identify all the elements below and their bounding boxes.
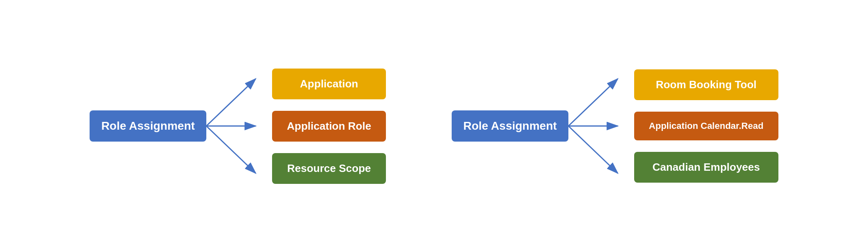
svg-line-3 [206, 126, 256, 173]
diagram1-arrows [206, 56, 272, 196]
diagram1-target-2: Resource Scope [272, 153, 386, 184]
svg-line-1 [206, 79, 256, 126]
diagram2-source: Role Assignment [452, 110, 568, 142]
diagram1-target-0: Application [272, 69, 386, 99]
diagram2-target-2: Canadian Employees [634, 152, 778, 183]
diagram2-arrows [568, 56, 634, 196]
diagram1-target-1: Application Role [272, 111, 386, 142]
diagrams-container: Role Assignment Application Application … [0, 40, 868, 212]
svg-line-7 [568, 126, 618, 173]
diagram-2: Role Assignment Room Booking Tool Applic… [452, 56, 778, 196]
diagram2-targets: Room Booking Tool Application Calendar.R… [634, 69, 778, 183]
diagram-1: Role Assignment Application Application … [90, 56, 386, 196]
diagram2-target-1: Application Calendar.Read [634, 112, 778, 140]
svg-line-5 [568, 79, 618, 126]
diagram1-source: Role Assignment [90, 110, 206, 142]
diagram1-targets: Application Application Role Resource Sc… [272, 69, 386, 184]
diagram2-target-0: Room Booking Tool [634, 69, 778, 100]
